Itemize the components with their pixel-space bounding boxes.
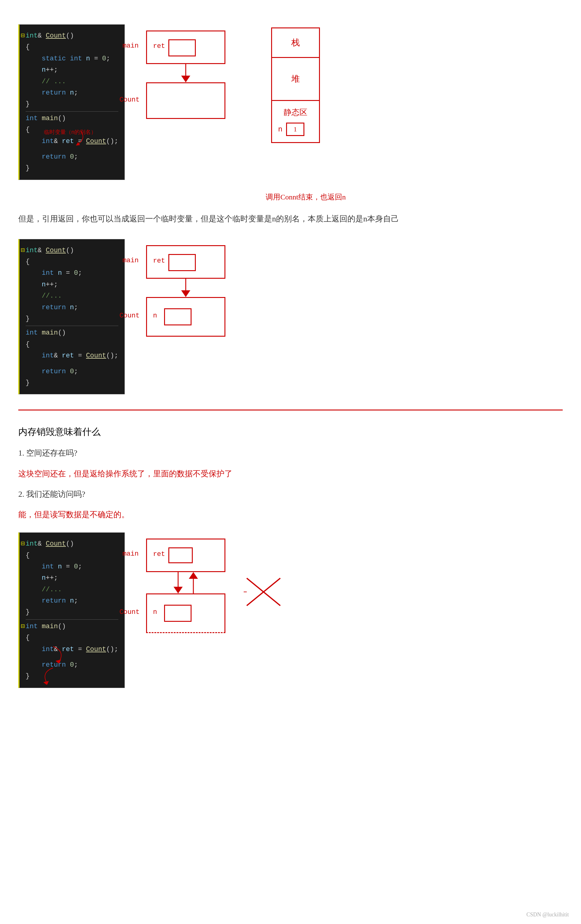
code-block-3: ⊟ int& Count() { int n = 0; n++; //... r… — [18, 533, 125, 688]
memory-q1: 1. 空间还存在吗? — [18, 444, 563, 462]
code2-line-9: { — [26, 339, 118, 350]
n-label-2: n — [153, 312, 157, 320]
code3-line-10: int& ret = Count(); — [26, 644, 118, 655]
code2-line-1: ⊟ int& Count() — [26, 245, 118, 256]
code2-line-3: int n = 0; — [26, 267, 118, 279]
code-line-7: } — [26, 99, 118, 110]
red-divider — [18, 409, 563, 411]
section-2: ⊟ int& Count() { int n = 0; n++; //... r… — [18, 239, 563, 394]
memory-section: 内存销毁意味着什么 1. 空间还存在吗? 这块空间还在，但是返给操作系统了，里面… — [18, 426, 563, 523]
code-block-2: ⊟ int& Count() { int n = 0; n++; //... r… — [18, 239, 125, 394]
section-1: ⊟ int& Count() { static int n = 0; n++; … — [18, 25, 563, 180]
code-line-1: ⊟ int& Count() — [26, 30, 118, 41]
code2-spacer — [26, 362, 118, 366]
paragraph-1: 但是，引用返回，你也可以当成返回一个临时变量，但是这个临时变量是n的别名，本质上… — [18, 211, 563, 227]
code2-line-5: //... — [26, 290, 118, 302]
memory-diagram-2: main ret Count n — [137, 245, 234, 337]
ret-box-2 — [168, 254, 196, 271]
stack-zone: 栈 — [272, 28, 319, 58]
count-frame-2: Count n — [146, 297, 225, 337]
fold-icon-2: ⊟ — [21, 245, 25, 256]
ret-label-3: ret — [153, 550, 165, 558]
ret-box — [168, 40, 196, 56]
code3-line-9: { — [26, 632, 118, 644]
code2-line-6: return n; — [26, 302, 118, 313]
fold-icon-3: ⊟ — [21, 538, 25, 549]
n-label: n — [278, 125, 282, 134]
annotation-arrow-1 — [71, 131, 90, 146]
fold-icon-1: ⊟ — [21, 30, 25, 41]
x-mark-svg — [244, 575, 283, 609]
memory-diagram-1: main ret Count — [137, 30, 234, 119]
code-divider-3 — [26, 619, 118, 620]
main-frame-2: main ret — [146, 245, 225, 279]
code3-line-5: //... — [26, 584, 118, 595]
zones-container: 栈 堆 静态区 n 1 — [271, 28, 320, 143]
annotation-arrow-3b — [35, 666, 59, 685]
arrow-down-2 — [146, 279, 225, 297]
memory-q2: 2. 我们还能访问吗? — [18, 485, 563, 503]
code2-line-12: } — [26, 377, 118, 388]
svg-marker-9 — [189, 572, 198, 579]
code2-line-4: n++; — [26, 279, 118, 290]
ret-label-2: ret — [153, 257, 165, 265]
code-block-1: ⊟ int& Count() { static int n = 0; n++; … — [18, 25, 125, 180]
count-frame-1: Count — [146, 82, 225, 119]
memory-title: 内存销毁意味着什么 — [18, 426, 563, 438]
code-line-3: static int n = 0; — [26, 53, 118, 64]
kw-int-ref: int — [26, 32, 38, 40]
code3-line-6: return n; — [26, 595, 118, 607]
code-line-8: int main() — [26, 113, 118, 124]
memory-a1: 这块空间还在，但是返给操作系统了，里面的数据不受保护了 — [18, 465, 563, 482]
main-frame-3: main ret — [146, 538, 225, 572]
code-line-6: return n; — [26, 87, 118, 99]
code-line-11: return 0; — [26, 151, 118, 163]
code-line-5: // ... — [26, 76, 118, 87]
memory-zones-diagram: 栈 堆 静态区 n 1 — [271, 28, 320, 143]
down-arrow-svg-3 — [172, 572, 184, 594]
code3-line-3: int n = 0; — [26, 561, 118, 573]
caption-1: 调用Connt结束，也返回n — [49, 192, 563, 202]
main-frame: main ret — [146, 30, 225, 64]
heap-zone: 堆 — [272, 58, 319, 101]
annotation-arrow-3a — [47, 645, 71, 663]
code3-line-7: } — [26, 607, 118, 618]
code3-spacer — [26, 655, 118, 659]
code-line-4: n++; — [26, 64, 118, 76]
static-label: 静态区 — [278, 107, 313, 118]
code2-line-2: { — [26, 256, 118, 267]
up-arrow-svg-3 — [187, 572, 200, 594]
code-divider-2 — [26, 326, 118, 326]
code2-line-10: int& ret = Count(); — [26, 350, 118, 361]
fn-count-1: Count — [46, 32, 66, 40]
watermark: CSDN @luckilhitit — [527, 911, 569, 918]
code2-line-7: } — [26, 313, 118, 325]
n-row: n 1 — [278, 122, 313, 136]
count-label-2: Count — [120, 312, 140, 320]
code2-line-8: int main() — [26, 327, 118, 338]
code-line-2: { — [26, 41, 118, 53]
down-arrow-svg-2 — [178, 279, 193, 297]
count-label-1: Count — [120, 96, 140, 104]
double-arrow — [146, 572, 225, 594]
main-label-3: main — [122, 550, 139, 558]
svg-marker-3 — [181, 290, 190, 297]
n-box-2 — [164, 308, 191, 325]
ret-label: ret — [153, 42, 165, 50]
code3-line-4: n++; — [26, 573, 118, 584]
section-3: ⊟ int& Count() { int n = 0; n++; //... r… — [18, 533, 563, 688]
arrow-down-1 — [146, 64, 225, 82]
ret-box-3 — [168, 548, 193, 563]
svg-marker-1 — [181, 76, 190, 82]
svg-marker-7 — [173, 587, 183, 594]
down-arrow-svg-1 — [178, 64, 193, 82]
main-label: main — [122, 42, 139, 50]
memory-diagram-3: main ret Count n — [137, 538, 234, 633]
n-label-3: n — [153, 608, 157, 616]
count-frame-3: Count n — [146, 594, 225, 633]
page-container: ⊟ int& Count() { static int n = 0; n++; … — [0, 0, 581, 724]
memory-a2: 能，但是读写数据是不确定的。 — [18, 506, 563, 523]
n-value-box: 1 — [286, 122, 304, 136]
fold-icon-3b: ⊟ — [21, 621, 25, 632]
code-spacer — [26, 147, 118, 151]
